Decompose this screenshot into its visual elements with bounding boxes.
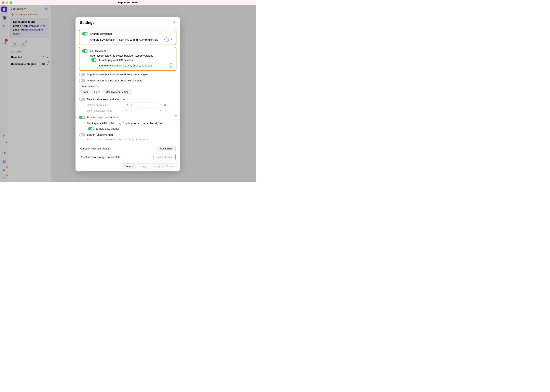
theme-dark[interactable]: Dark bbox=[79, 89, 91, 95]
reset-tooltips-label: Reset all new user tooltips bbox=[80, 147, 111, 150]
undo-icon[interactable]: ↶ bbox=[160, 103, 162, 107]
reset-state-button[interactable]: Reset all state bbox=[153, 154, 176, 160]
devmenu-shortcut[interactable]: ⌥ ⇧ D bbox=[124, 108, 158, 113]
auto-update-label: Enable auto update bbox=[96, 127, 119, 130]
devmenu-label: Open developer menu bbox=[87, 109, 122, 112]
theme-light[interactable]: Light bbox=[91, 89, 103, 95]
android-developer-label: Android Developer bbox=[90, 32, 112, 35]
suppress-errors-toggle[interactable] bbox=[79, 73, 85, 76]
ios-physical-toggle[interactable] bbox=[91, 58, 97, 62]
rn-shortcuts-toggle[interactable] bbox=[79, 98, 85, 101]
android-sdk-label: Android SDK location bbox=[90, 38, 115, 41]
theme-label: Theme Selection bbox=[79, 85, 176, 88]
ios-developer-toggle[interactable] bbox=[82, 49, 88, 53]
server-toggle[interactable] bbox=[79, 133, 85, 136]
suppress-errors-label: Suppress error notifications send from c… bbox=[87, 73, 148, 76]
clear-icon[interactable]: ✕ bbox=[164, 104, 166, 106]
titlebar: Flipper (0.189.0) bbox=[0, 0, 256, 5]
server-label: Server (Experimental) bbox=[87, 133, 113, 136]
cancel-button[interactable]: Cancel bbox=[122, 163, 135, 169]
browse-icon[interactable]: ··· bbox=[169, 63, 173, 68]
ios-developer-section: iOS Developer Use "xcode-select" to swit… bbox=[79, 47, 176, 71]
ios-developer-label: iOS Developer bbox=[90, 49, 107, 52]
undo-icon[interactable]: ↶ bbox=[160, 109, 162, 112]
persist-data-toggle[interactable] bbox=[79, 79, 85, 82]
apply-restart-button[interactable]: Apply and Restart bbox=[151, 163, 177, 169]
reset-state-label: Reset all local storage based state bbox=[80, 156, 120, 159]
marketplace-toggle[interactable] bbox=[79, 116, 85, 119]
marketplace-alert-dot bbox=[175, 115, 177, 117]
ios-physical-label: Enable physical iOS devices bbox=[99, 59, 133, 62]
persist-data-label: Persist data in plugins after device dis… bbox=[87, 79, 142, 82]
android-sdk-input[interactable] bbox=[117, 37, 162, 42]
browse-icon[interactable]: ··· bbox=[164, 37, 169, 42]
close-icon[interactable]: ✕ bbox=[173, 21, 176, 24]
window-title: Flipper (0.189.0) bbox=[0, 1, 256, 4]
reload-shortcut[interactable]: ⌥ ⇧ R bbox=[124, 103, 158, 107]
marketplace-url-label: Martkeplace URL bbox=[87, 122, 107, 125]
idb-label: IDB binary location bbox=[99, 64, 121, 67]
rn-shortcuts-label: React Native keyboard shortcuts bbox=[87, 98, 125, 101]
settings-modal: Settings ✕ Android Developer Android SDK… bbox=[76, 17, 180, 171]
server-hint: For changes to take effect, click on 'Ap… bbox=[87, 138, 176, 141]
apply-button[interactable]: Apply bbox=[137, 163, 149, 169]
marketplace-url-input[interactable] bbox=[109, 121, 176, 126]
reset-hints-button[interactable]: Reset hints bbox=[157, 146, 176, 151]
theme-segment: Dark Light Use System Setting bbox=[79, 89, 132, 95]
xcode-hint: Use "xcode-select" to switch between Xco… bbox=[90, 54, 173, 57]
theme-system[interactable]: Use System Setting bbox=[103, 89, 132, 95]
undo-icon[interactable]: ↶ bbox=[171, 38, 173, 42]
reload-label: Reload application bbox=[87, 104, 122, 106]
marketplace-label: Enable plugin marketplace bbox=[87, 116, 118, 119]
clear-icon[interactable]: ✕ bbox=[164, 109, 166, 112]
android-developer-section: Android Developer Android SDK location ·… bbox=[79, 30, 176, 45]
modal-title: Settings bbox=[80, 21, 95, 25]
idb-input[interactable] bbox=[123, 63, 167, 68]
android-developer-toggle[interactable] bbox=[82, 32, 88, 35]
auto-update-toggle[interactable] bbox=[88, 127, 94, 130]
